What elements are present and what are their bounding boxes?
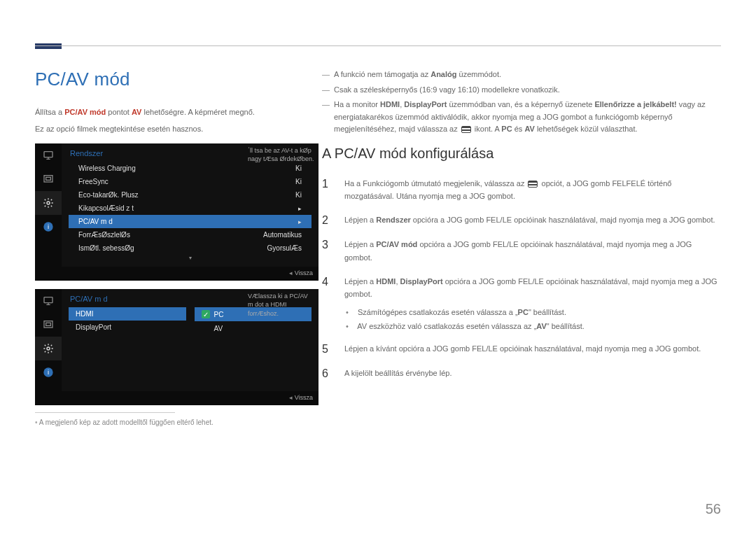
note1-post: üzemmódot. — [456, 70, 501, 78]
osd1-row: FreeSyncKi — [69, 175, 312, 188]
step-text: Lépjen a Rendszer opcióra a JOG gomb FEL… — [344, 213, 715, 227]
intro1-b2: AV — [132, 108, 141, 116]
n3-seg: és — [512, 125, 525, 133]
osd-screenshot-2: i PC/AV m d VÆlassza ki a PC/AV m dot a … — [35, 289, 318, 405]
menu-icon — [528, 181, 538, 188]
osd1-row-value: Ki — [295, 164, 302, 172]
s4-pre: Lépjen a — [344, 277, 376, 286]
bul1-post: " beállítást. — [528, 308, 566, 316]
osd1-footer: Vissza — [35, 267, 318, 281]
step-text: A kijelölt beállítás érvénybe lép. — [344, 367, 451, 380]
picture-icon — [35, 313, 62, 337]
left-column: PC/AV mód Állítsa a PC/AV mód pontot AV … — [35, 69, 318, 426]
osd2-footer-label: Vissza — [289, 394, 313, 401]
step-text: Lépjen a HDMI, DisplayPort opcióra a JOG… — [344, 275, 721, 300]
check-icon: ✓ — [202, 310, 210, 318]
intro1-pre: Állítsa a — [35, 108, 64, 116]
monitor-icon — [35, 289, 62, 313]
note-3: Ha a monitor HDMI, DisplayPort üzemmódba… — [322, 99, 721, 136]
bullet-av: AV eszközhöz való csatlakozás esetén vál… — [346, 320, 721, 334]
gear-icon — [35, 191, 62, 215]
step-6: 6 A kijelölt beállítás érvénybe lép. — [322, 361, 721, 386]
picture-icon — [35, 167, 62, 191]
monitor-icon — [35, 143, 62, 167]
n3-seg: üzemmódban van, és a képernyő üzenete — [447, 100, 594, 108]
svg-text:i: i — [48, 370, 49, 377]
osd2-opt-label: PC — [214, 311, 224, 318]
osd1-row-label: ForrÆsØszlelØs — [78, 231, 130, 239]
s2-pre: Lépjen a — [344, 216, 376, 224]
svg-rect-6 — [44, 297, 52, 303]
osd1-row-selected: PC/AV m d▸ — [69, 215, 312, 228]
footnote-rule — [35, 412, 175, 413]
s2-b: Rendszer — [376, 216, 411, 224]
osd2-left-option: DisplayPort — [69, 321, 186, 334]
svg-rect-2 — [46, 178, 51, 181]
osd1-iconbar: i — [35, 143, 62, 267]
osd1-row: ForrÆsØszlelØsAutomatikus — [69, 228, 312, 241]
page-top-rule — [35, 45, 721, 46]
bul2-post: " beállítást. — [547, 322, 584, 330]
s3-b: PC/AV mód — [376, 240, 417, 248]
osd1-row-value: Ki — [295, 178, 302, 185]
n3-b: HDMI — [380, 100, 400, 108]
intro-line-1: Állítsa a PC/AV mód pontot AV lehetőségr… — [35, 106, 318, 118]
n3-b-red: Ellenőrizze a jelkábelt! — [594, 100, 676, 108]
svg-point-3 — [47, 202, 50, 204]
bul2-pre: AV eszközhöz való csatlakozás esetén vál… — [357, 322, 536, 330]
osd2-opt-label: AV — [214, 325, 223, 332]
intro1-post: lehetőségre. A képméret megnő. — [141, 108, 254, 116]
page-number: 56 — [706, 501, 721, 517]
osd1-row-label: Wireless Charging — [78, 164, 136, 172]
osd2-opt-label: DisplayPort — [76, 323, 111, 331]
n3-b-red: PC — [501, 125, 512, 133]
page-accent-bar — [35, 43, 62, 49]
section-title: A PC/AV mód konfigurálása — [322, 146, 721, 162]
osd2-hint: VÆlassza ki a PC/AV m dot a HDMI forrÆsh… — [248, 292, 314, 317]
osd1-row: KikapcsolÆsid z t▸ — [69, 202, 312, 215]
intro1-mid: pontot — [106, 108, 132, 116]
step-number: 2 — [322, 213, 335, 227]
osd2-main: PC/AV m d VÆlassza ki a PC/AV m dot a HD… — [62, 289, 318, 391]
osd1-row-arrow: ▸ — [298, 205, 302, 212]
osd1-hint: ΄ll tsa be az AV-t a kØp nagy tÆsa Ørdek… — [248, 146, 314, 163]
step-number: 6 — [322, 367, 335, 380]
osd1-row-value: Automatikus — [263, 231, 302, 239]
right-column: A funkció nem támogatja az Analóg üzemmó… — [322, 69, 721, 386]
step-number: 3 — [322, 238, 335, 263]
step-text: Lépjen a PC/AV mód opcióra a JOG gomb FE… — [344, 238, 721, 263]
note2-text: Csak a szélesképernyős (16:9 vagy 16:10)… — [334, 84, 560, 97]
step-number: 4 — [322, 275, 335, 300]
osd1-row-label: FreeSync — [78, 178, 108, 185]
page-title: PC/AV mód — [35, 69, 318, 90]
osd2-left-col: HDMI DisplayPort — [62, 307, 190, 335]
osd1-row-label: IsmØtl. sebessØg — [78, 244, 134, 252]
step-5: 5 Lépjen a kívánt opcióra a JOG gomb FEL… — [322, 337, 721, 361]
step-number: 5 — [322, 342, 335, 356]
bul1-b: PC — [518, 308, 528, 316]
osd1-main: Rendszer ΄ll tsa be az AV-t a kØp nagy t… — [62, 143, 318, 267]
s1-pre: Ha a Funkciógomb útmutató megjelenik, vá… — [344, 179, 526, 188]
step-2: 2 Lépjen a Rendszer opcióra a JOG gomb F… — [322, 208, 721, 232]
n3-seg: ikont. A — [472, 125, 502, 133]
osd2-left-option-selected: HDMI — [69, 307, 186, 321]
svg-rect-7 — [44, 321, 52, 328]
step-3: 3 Lépjen a PC/AV mód opcióra a JOG gomb … — [322, 232, 721, 269]
n3-b-red: AV — [524, 125, 534, 133]
osd1-list: Wireless ChargingKi FreeSyncKi Eco-takar… — [62, 162, 318, 267]
osd-screenshot-1: i Rendszer ΄ll tsa be az AV-t a kØp nagy… — [35, 143, 318, 281]
osd1-row: Eco-takarØk. PluszKi — [69, 188, 312, 202]
svg-rect-1 — [44, 176, 52, 182]
osd2-iconbar: i — [35, 289, 62, 391]
n3-seg: lehetőségek közül választhat. — [535, 125, 638, 133]
step-4: 4 Lépjen a HDMI, DisplayPort opcióra a J… — [322, 269, 721, 306]
n3-b: DisplayPort — [404, 100, 447, 108]
svg-text:i: i — [48, 224, 49, 231]
n3-seg: Ha a monitor — [334, 100, 380, 108]
s4-b1: HDMI — [376, 277, 396, 286]
osd1-scroll-indicator: ▾ — [69, 255, 312, 262]
note1-b: Analóg — [430, 70, 456, 78]
osd1-row-label: KikapcsolÆsid z t — [78, 204, 134, 212]
osd1-footer-label: Vissza — [289, 269, 313, 276]
info-icon: i — [35, 360, 62, 384]
